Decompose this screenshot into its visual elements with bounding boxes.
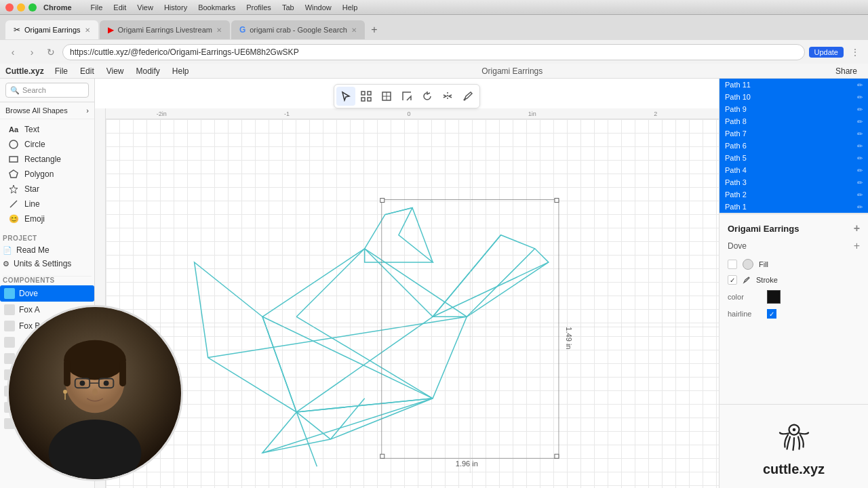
color-swatch[interactable]: [767, 290, 781, 304]
project-units-settings[interactable]: ⚙ Units & Settings: [0, 257, 94, 270]
new-tab-button[interactable]: +: [366, 22, 382, 38]
shape-text[interactable]: Aa Text: [5, 122, 89, 137]
layer-path2[interactable]: Path 2 ✏: [719, 188, 868, 201]
layer-path1[interactable]: Path 1 ✏: [719, 201, 868, 213]
svg-line-22: [296, 317, 433, 412]
shape-rectangle[interactable]: Rectangle: [5, 152, 89, 167]
select-tool[interactable]: [336, 87, 355, 106]
right-panel: Path 11 ✏ Path 10 ✏ Path 9 ✏ Path 8 ✏ Pa…: [719, 79, 868, 488]
component-dove[interactable]: Dove: [0, 285, 94, 302]
shape-line[interactable]: Line: [5, 197, 89, 211]
menu-window[interactable]: Window: [300, 2, 337, 13]
menu-file[interactable]: File: [85, 2, 108, 13]
app-menu-edit[interactable]: Edit: [75, 65, 100, 77]
menu-history[interactable]: History: [159, 2, 193, 13]
layer-path6-label: Path 6: [725, 142, 747, 150]
layer-path9-edit[interactable]: ✏: [857, 106, 863, 113]
layer-path1-edit[interactable]: ✏: [857, 203, 863, 211]
tab-bar: ✂ Origami Earrings ✕ ▶ Origami Earrings …: [0, 15, 868, 39]
component-dove-label: Dove: [19, 289, 38, 298]
shape-emoji[interactable]: 😊 Emoji: [5, 211, 89, 226]
layer-path10[interactable]: Path 10 ✏: [719, 91, 868, 103]
tab-google[interactable]: G origami crab - Google Search ✕: [231, 20, 365, 39]
tab-livestream[interactable]: ▶ Origami Earrings Livestream ✕: [100, 20, 230, 39]
svg-marker-14: [262, 249, 467, 412]
mirror-tool[interactable]: [438, 87, 457, 106]
app-menu-modify[interactable]: Modify: [131, 65, 165, 77]
menu-tab[interactable]: Tab: [277, 2, 300, 13]
fill-checkbox[interactable]: [728, 260, 737, 269]
shape-star[interactable]: Star: [5, 182, 89, 197]
menu-profiles[interactable]: Profiles: [241, 2, 277, 13]
menu-help[interactable]: Help: [337, 2, 363, 13]
close-button[interactable]: [5, 3, 14, 12]
layer-path10-edit[interactable]: ✏: [857, 94, 863, 101]
shape-emoji-label: Emoji: [24, 214, 45, 224]
layer-path6-edit[interactable]: ✏: [857, 142, 863, 150]
update-button[interactable]: Update: [809, 47, 844, 58]
node-tool[interactable]: [357, 87, 376, 106]
layer-path9[interactable]: Path 9 ✏: [719, 103, 868, 115]
tab-close-3[interactable]: ✕: [351, 26, 357, 34]
layer-path1-label: Path 1: [725, 203, 747, 211]
app-menu-share[interactable]: Share: [830, 65, 863, 77]
forward-button[interactable]: ›: [24, 45, 39, 60]
layer-path7-edit[interactable]: ✏: [857, 130, 863, 138]
project-readme[interactable]: 📄 Read Me: [0, 243, 94, 257]
maximize-button[interactable]: [28, 3, 37, 12]
app-menu-help[interactable]: Help: [167, 65, 195, 77]
layer-path4-edit[interactable]: ✏: [857, 167, 863, 174]
layer-path8-edit[interactable]: ✏: [857, 118, 863, 125]
browse-all-shapes[interactable]: Browse All Shapes ›: [0, 102, 94, 119]
browse-label: Browse All Shapes: [5, 106, 68, 115]
layer-path11[interactable]: Path 11 ✏: [719, 79, 868, 91]
search-bar: 🔍 Search: [0, 79, 94, 102]
layer-path6[interactable]: Path 6 ✏: [719, 140, 868, 152]
layer-path3[interactable]: Path 3 ✏: [719, 176, 868, 188]
rotate-tool[interactable]: [418, 87, 437, 106]
scale-tool[interactable]: [397, 87, 416, 106]
menu-edit[interactable]: Edit: [108, 2, 132, 13]
shape-circle[interactable]: Circle: [5, 137, 89, 152]
stroke-label: Stroke: [756, 276, 778, 284]
minimize-button[interactable]: [17, 3, 25, 12]
add-element-icon[interactable]: +: [854, 240, 860, 252]
canvas-grid[interactable]: 1.96 in 1.49 in: [106, 119, 719, 488]
svg-line-33: [330, 399, 364, 439]
ruler-numbers: -2in-101in2: [98, 108, 716, 119]
menu-bookmarks[interactable]: Bookmarks: [193, 2, 241, 13]
layer-path11-edit[interactable]: ✏: [857, 81, 863, 89]
layer-path7[interactable]: Path 7 ✏: [719, 127, 868, 140]
origami-dove[interactable]: 1.96 in 1.49 in: [106, 119, 719, 473]
hairline-checkbox[interactable]: [767, 309, 776, 319]
toolbar: [334, 84, 480, 108]
pen-tool[interactable]: [458, 87, 477, 106]
svg-point-48: [64, 340, 126, 380]
tab-close[interactable]: ✕: [85, 26, 90, 34]
shape-polygon[interactable]: Polygon: [5, 167, 89, 182]
back-button[interactable]: ‹: [5, 45, 20, 60]
extensions-button[interactable]: ⋮: [848, 45, 863, 60]
tab-origami-earrings[interactable]: ✂ Origami Earrings ✕: [5, 20, 98, 39]
layer-path4[interactable]: Path 4 ✏: [719, 164, 868, 176]
svg-rect-37: [380, 454, 384, 458]
prop-project-title-text: Origami Earrings: [728, 224, 799, 234]
layer-path2-edit[interactable]: ✏: [857, 191, 863, 199]
app-menu-file[interactable]: File: [50, 65, 73, 77]
reload-button[interactable]: ↻: [43, 45, 58, 60]
layer-path5-edit[interactable]: ✏: [857, 155, 863, 162]
traffic-lights[interactable]: [5, 3, 37, 12]
canvas-area[interactable]: -2in-101in2: [95, 79, 719, 488]
layer-path3-edit[interactable]: ✏: [857, 179, 863, 186]
stroke-checkbox[interactable]: [728, 275, 737, 285]
add-component-icon[interactable]: +: [854, 222, 860, 235]
tab-close-2[interactable]: ✕: [216, 26, 222, 34]
menu-view[interactable]: View: [132, 2, 159, 13]
url-bar[interactable]: https://cuttle.xyz/@federico/Origami-Ear…: [62, 44, 805, 60]
fill-swatch[interactable]: [743, 259, 753, 270]
search-input[interactable]: 🔍 Search: [5, 83, 89, 98]
transform-tool[interactable]: [377, 87, 396, 106]
layer-path5[interactable]: Path 5 ✏: [719, 152, 868, 164]
app-menu-view[interactable]: View: [101, 65, 130, 77]
layer-path8[interactable]: Path 8 ✏: [719, 115, 868, 127]
